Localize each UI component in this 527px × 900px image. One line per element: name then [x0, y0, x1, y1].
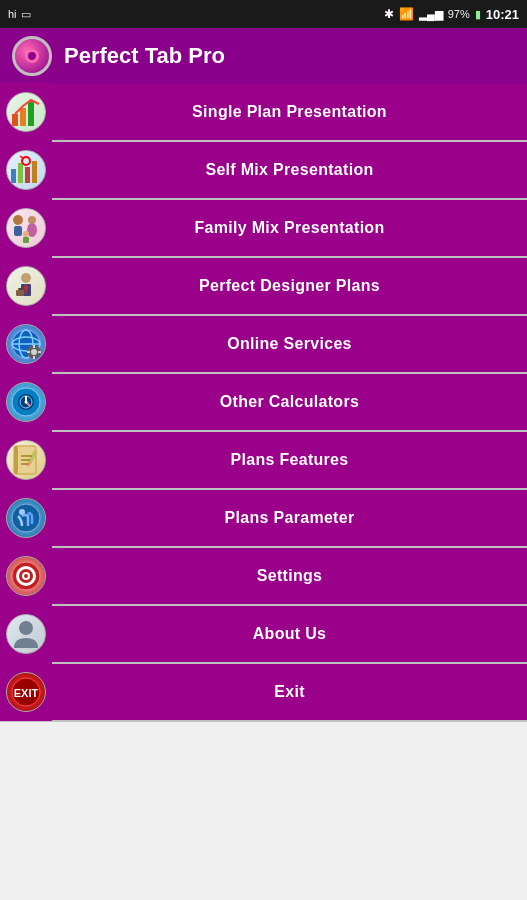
menu-list: Single Plan Presentation Self Mix Presen… — [0, 84, 527, 722]
exit-icon: EXIT — [6, 672, 46, 712]
family-mix-icon — [6, 208, 46, 248]
svg-point-43 — [12, 504, 40, 532]
menu-item-self-mix[interactable]: Self Mix Presentation — [0, 142, 527, 200]
plans-parameter-label: Plans Parameter — [52, 509, 527, 527]
app-header: Perfect Tab Pro — [0, 28, 527, 84]
menu-item-single-plan[interactable]: Single Plan Presentation — [0, 84, 527, 142]
wifi-icon: 📶 — [399, 7, 414, 21]
svg-rect-6 — [32, 161, 37, 183]
menu-item-other-calculators[interactable]: Other Calculators — [0, 374, 527, 432]
menu-item-about-us[interactable]: About Us — [0, 606, 527, 664]
svg-point-49 — [24, 574, 28, 578]
svg-rect-10 — [14, 226, 22, 236]
menu-item-family-mix[interactable]: Family Mix Presentation — [0, 200, 527, 258]
svg-point-35 — [25, 401, 28, 404]
menu-item-exit[interactable]: EXIT Exit — [0, 664, 527, 722]
svg-rect-19 — [18, 288, 22, 290]
svg-text:EXIT: EXIT — [14, 687, 39, 699]
about-us-label: About Us — [52, 625, 527, 643]
status-bar-left: hi ▭ — [8, 8, 31, 21]
about-us-icon — [6, 614, 46, 654]
self-mix-label: Self Mix Presentation — [52, 161, 527, 179]
menu-item-plans-parameter[interactable]: Plans Parameter — [0, 490, 527, 548]
svg-rect-28 — [27, 351, 30, 353]
app-logo-inner — [25, 49, 39, 63]
menu-icon-box-plans-parameter — [0, 489, 52, 547]
menu-item-settings[interactable]: Settings — [0, 548, 527, 606]
notification-icon-2: ▭ — [21, 8, 31, 21]
bluetooth-icon: ✱ — [384, 7, 394, 21]
svg-rect-1 — [20, 108, 26, 126]
svg-rect-2 — [28, 102, 34, 126]
menu-icon-box-about-us — [0, 605, 52, 663]
plans-parameter-icon — [6, 498, 46, 538]
time-display: 10:21 — [486, 7, 519, 22]
app-logo — [12, 36, 52, 76]
settings-icon — [6, 556, 46, 596]
svg-rect-27 — [33, 356, 35, 359]
online-services-label: Online Services — [52, 335, 527, 353]
exit-label: Exit — [52, 683, 527, 701]
perfect-designer-label: Perfect Designer Plans — [52, 277, 527, 295]
svg-point-13 — [23, 231, 29, 237]
battery-icon: ▮ — [475, 8, 481, 21]
svg-rect-26 — [33, 345, 35, 348]
svg-point-9 — [13, 215, 23, 225]
status-right: ✱ 📶 ▂▄▆ 97% ▮ 10:21 — [384, 7, 519, 22]
svg-rect-18 — [16, 290, 24, 296]
menu-icon-box-exit: EXIT — [0, 663, 52, 721]
online-services-icon — [6, 324, 46, 364]
menu-icon-box-settings — [0, 547, 52, 605]
svg-rect-4 — [18, 163, 23, 183]
svg-point-7 — [22, 157, 30, 165]
svg-rect-3 — [11, 169, 16, 183]
svg-point-25 — [31, 349, 37, 355]
svg-rect-29 — [38, 351, 41, 353]
other-calculators-icon — [6, 382, 46, 422]
battery-percent: 97% — [448, 8, 470, 20]
family-mix-label: Family Mix Presentation — [52, 219, 527, 237]
app-title: Perfect Tab Pro — [64, 43, 225, 69]
perfect-designer-icon — [6, 266, 46, 306]
settings-label: Settings — [52, 567, 527, 585]
other-calculators-label: Other Calculators — [52, 393, 527, 411]
svg-rect-5 — [25, 167, 30, 183]
menu-icon-box-plans-features — [0, 431, 52, 489]
menu-item-online-services[interactable]: Online Services — [0, 316, 527, 374]
svg-point-50 — [19, 621, 33, 635]
single-plan-icon — [6, 92, 46, 132]
menu-icon-box-family-mix — [0, 199, 52, 257]
self-mix-icon — [6, 150, 46, 190]
status-bar: hi ▭ ✱ 📶 ▂▄▆ 97% ▮ 10:21 — [0, 0, 527, 28]
plans-features-icon — [6, 440, 46, 480]
plans-features-label: Plans Features — [52, 451, 527, 469]
svg-point-15 — [21, 273, 31, 283]
menu-icon-box-perfect-designer — [0, 257, 52, 315]
menu-item-perfect-designer[interactable]: Perfect Designer Plans — [0, 258, 527, 316]
svg-rect-37 — [14, 446, 18, 474]
svg-rect-0 — [12, 114, 18, 126]
menu-icon-box-self-mix — [0, 141, 52, 199]
notification-icon-1: hi — [8, 8, 17, 20]
svg-point-11 — [28, 216, 36, 224]
menu-item-plans-features[interactable]: Plans Features — [0, 432, 527, 490]
single-plan-label: Single Plan Presentation — [52, 103, 527, 121]
menu-icon-box-single-plan — [0, 83, 52, 141]
menu-icon-box-other-calculators — [0, 373, 52, 431]
svg-rect-14 — [23, 237, 29, 243]
signal-icon: ▂▄▆ — [419, 8, 443, 21]
svg-line-8 — [20, 156, 23, 158]
menu-icon-box-online-services — [0, 315, 52, 373]
